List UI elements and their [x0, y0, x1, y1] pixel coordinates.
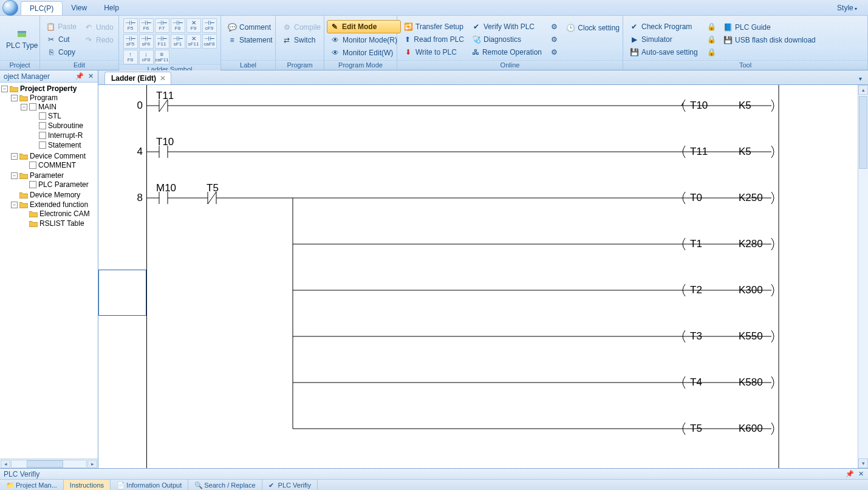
ladder-sym-f7[interactable]: ⊣⊢F7	[155, 18, 169, 33]
menu-tab-view[interactable]: View	[63, 0, 95, 15]
plc-type-button[interactable]: PLC Type	[2, 18, 41, 60]
out-t10[interactable]: T10	[690, 100, 708, 112]
ladder-sym-f11[interactable]: ⊣⊢F11	[155, 34, 169, 49]
online-tool-2[interactable]: ⚙	[545, 33, 562, 46]
tree-stl[interactable]: STL	[48, 112, 61, 120]
tree-toggle[interactable]: −	[11, 153, 18, 160]
usb-download-button[interactable]: 💾USB flash disk download	[719, 34, 829, 46]
lock-button-2[interactable]: 🔒	[703, 33, 719, 46]
close-icon[interactable]: ✕	[87, 73, 94, 80]
tree-toggle[interactable]: −	[21, 104, 27, 111]
out-t11[interactable]: T11	[690, 146, 708, 158]
ladder-sym-sf1[interactable]: ⊣⊢sF1	[171, 34, 185, 49]
bottom-tab-instructions[interactable]: Instructions	[64, 480, 111, 490]
switch-button[interactable]: ⇄Switch	[278, 34, 324, 46]
transfer-setup-button[interactable]: 🔁Transfer Setup	[400, 21, 468, 33]
scroll-track[interactable]	[11, 460, 87, 468]
undo-button[interactable]: ↶Undo	[80, 21, 117, 33]
plc-guide-button[interactable]: 📘PLC Guide	[719, 21, 829, 33]
ladder-tab[interactable]: Ladder (Eidt) ✕	[104, 72, 171, 84]
diagnostics-button[interactable]: 🩺Diagnostics	[468, 33, 545, 46]
write-to-plc-button[interactable]: ⬇Write to PLC	[400, 46, 468, 58]
ladder-sym-sf11[interactable]: ✕sF11	[186, 34, 201, 49]
bottom-tab-search-replace[interactable]: 🔍Search / Replace	[188, 480, 262, 490]
lock-button-3[interactable]: 🔒	[703, 46, 719, 58]
app-orb[interactable]	[0, 0, 21, 16]
menu-tab-plc[interactable]: PLC(P)	[21, 1, 63, 15]
tree-hscrollbar[interactable]: ◂ ▸	[0, 458, 98, 468]
bottom-tab-plc-verify[interactable]: ✔PLC Verifiy	[262, 480, 318, 490]
paste-button[interactable]: 📋Paste	[43, 21, 80, 33]
out-t3[interactable]: T3	[690, 330, 702, 342]
remote-operation-button[interactable]: 🖧Remote Operation	[468, 46, 545, 58]
online-tool-3[interactable]: ⚙	[545, 46, 562, 58]
ladder-sym-f8[interactable]: ⊣⊢F8	[171, 18, 185, 33]
check-program-button[interactable]: ✔Check Program	[626, 21, 703, 33]
ladder-sym-f8b[interactable]: ↑F8	[123, 50, 138, 64]
out-t1[interactable]: T1	[690, 238, 702, 250]
scroll-down-button[interactable]: ▾	[858, 458, 868, 468]
verify-with-plc-button[interactable]: ✔Verify With PLC	[468, 21, 545, 33]
close-icon[interactable]: ✕	[857, 471, 864, 478]
statement-button[interactable]: ≡Statement	[224, 34, 276, 46]
tree-interrupt[interactable]: Interrupt-R	[48, 131, 83, 140]
bottom-tab-info-output[interactable]: 📄Information Output	[111, 480, 188, 490]
online-tool-1[interactable]: ⚙	[545, 21, 562, 33]
vscroll-track[interactable]	[858, 95, 868, 458]
tree-extended[interactable]: Extended function	[30, 200, 88, 209]
scroll-up-button[interactable]: ▴	[858, 85, 868, 95]
scroll-left-button[interactable]: ◂	[1, 460, 10, 468]
ladder-sym-f5[interactable]: ⊣⊢F5	[123, 18, 138, 33]
tree-toggle[interactable]: −	[11, 172, 18, 179]
close-tab-icon[interactable]: ✕	[160, 74, 166, 83]
editor-vscrollbar[interactable]: ▴ ▾	[858, 85, 868, 468]
ladder-sym-sf6[interactable]: ⊣⊢sF6	[139, 34, 154, 49]
clock-setting-button[interactable]: 🕒Clock setting	[562, 22, 623, 34]
monitor-edit-w-button[interactable]: 👁Monitor Edit(W)	[327, 47, 401, 59]
auto-save-button[interactable]: 💾Auto-save setting	[626, 46, 703, 58]
tree-statement[interactable]: Statement	[48, 141, 81, 149]
contact-t11[interactable]: T11	[156, 90, 174, 102]
ladder-sym-cf8[interactable]: ↓cF8	[139, 50, 154, 64]
ladder-sym-f6[interactable]: ⊣⊢F6	[139, 18, 154, 33]
ladder-sym-cf9[interactable]: ⊣⊢cF9	[202, 18, 217, 33]
contact-m10[interactable]: M10	[156, 182, 176, 194]
ladder-sym-caf11[interactable]: ≡caF11	[155, 50, 169, 64]
copy-button[interactable]: ⎘Copy	[43, 46, 80, 58]
menu-tab-help[interactable]: Help	[95, 0, 128, 15]
ladder-sym-sf5[interactable]: ⊣⊢sF5	[123, 34, 138, 49]
out-t2[interactable]: T2	[690, 284, 702, 296]
tree-toggle[interactable]: −	[11, 202, 18, 208]
contact-t5[interactable]: T5	[207, 182, 219, 194]
ladder-sym-caf8[interactable]: ⊣⊢caF8	[202, 34, 217, 49]
redo-button[interactable]: ↷Redo	[80, 34, 117, 46]
vscroll-thumb[interactable]	[859, 96, 867, 169]
comment-button[interactable]: 💬Comment	[224, 21, 276, 33]
tree-program[interactable]: Program	[30, 94, 58, 102]
tree-root[interactable]: Project Property	[20, 84, 77, 93]
tree-device-memory[interactable]: Device Memory	[30, 191, 80, 199]
tree-toggle[interactable]: −	[11, 95, 18, 101]
cut-button[interactable]: ✂Cut	[43, 33, 80, 46]
scroll-right-button[interactable]: ▸	[87, 460, 97, 468]
ladder-editor[interactable]: 0 4 8	[98, 85, 868, 468]
style-dropdown[interactable]: Style	[829, 0, 868, 15]
ladder-sym-f9[interactable]: ✕F9	[186, 18, 201, 33]
tree-rslist[interactable]: RSLIST Table	[39, 219, 84, 228]
tree-plc-parameter[interactable]: PLC Parameter	[38, 180, 89, 189]
scroll-thumb[interactable]	[27, 460, 63, 468]
contact-t10[interactable]: T10	[156, 136, 174, 148]
tree-parameter[interactable]: Parameter	[30, 171, 64, 180]
out-t0[interactable]: T0	[690, 192, 702, 204]
tree-toggle[interactable]: −	[1, 86, 8, 92]
ladder-canvas[interactable]: T11 T10 M10 T5 T10K5 T11K5 T0K250 T1K280…	[147, 85, 858, 468]
compile-button[interactable]: ⚙Compile	[278, 21, 324, 33]
simulator-button[interactable]: ▶Simulator	[626, 33, 703, 46]
edit-mode-button[interactable]: ✎Edit Mode	[327, 20, 401, 33]
tab-dropdown[interactable]: ▾	[853, 73, 868, 84]
pin-icon[interactable]: 📌	[76, 73, 83, 80]
out-t4[interactable]: T4	[690, 376, 702, 389]
out-t5[interactable]: T5	[690, 423, 702, 435]
tree-main[interactable]: MAIN	[38, 103, 56, 111]
bottom-tab-project-manager[interactable]: 📁Project Man...	[0, 480, 64, 490]
